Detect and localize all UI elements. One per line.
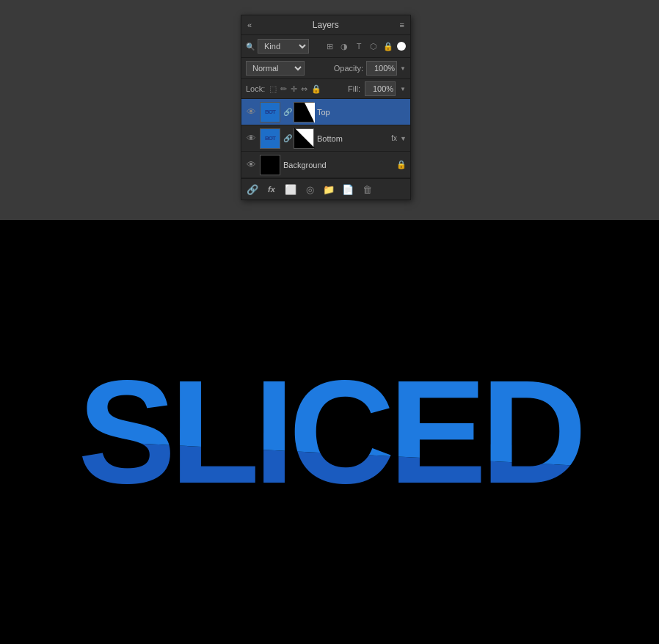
fx-expand-icon[interactable]: ▼ xyxy=(400,135,407,142)
link-layers-icon[interactable]: 🔗 xyxy=(246,183,259,196)
smart-filter-icon[interactable]: 🔒 xyxy=(382,40,394,52)
add-mask-icon[interactable]: ⬜ xyxy=(284,183,297,196)
canvas-area: SLICED SLICED SLICED xyxy=(0,220,659,644)
lock-all-icon[interactable]: 🔒 xyxy=(311,84,321,94)
layer-mask-top xyxy=(294,102,314,122)
panel-menu-icon[interactable]: ≡ xyxy=(400,21,404,29)
lock-row: Lock: ⬚ ✏ ✛ ⇔ 🔒 Fill: 100% ▼ xyxy=(241,79,410,99)
panel-header-icons: ≡ xyxy=(400,21,404,29)
type-filter-icon[interactable]: T xyxy=(353,40,365,52)
lock-move-icon[interactable]: ✛ xyxy=(291,84,297,94)
panel-header: « Layers ≡ xyxy=(241,15,410,35)
opacity-input[interactable]: 100% xyxy=(366,61,397,76)
shape-filter-icon[interactable]: ⬡ xyxy=(368,40,379,52)
layer-mask-bottom xyxy=(294,128,314,149)
blend-mode-dropdown[interactable]: Normal xyxy=(246,61,305,76)
layer-name-top: Top xyxy=(317,108,407,117)
layer-row-top[interactable]: 👁 BOT 🔗 Top xyxy=(241,99,410,125)
fx-badge: fx xyxy=(391,134,397,142)
new-layer-icon[interactable]: 📄 xyxy=(341,183,354,196)
layer-name-bottom: Bottom xyxy=(317,134,388,143)
top-area: « Layers ≡ 🔍 Kind ⊞ ◑ T ⬡ 🔒 Norm xyxy=(0,0,659,220)
layer-thumb-top: BOT xyxy=(260,102,280,122)
filter-row: 🔍 Kind ⊞ ◑ T ⬡ 🔒 xyxy=(241,35,410,58)
lock-label: Lock: xyxy=(246,84,265,93)
link-icon-top: 🔗 xyxy=(283,108,291,116)
filter-icons: ⊞ ◑ T ⬡ 🔒 xyxy=(324,40,406,52)
adjustment-layer-icon[interactable]: ◎ xyxy=(303,183,316,196)
filter-toggle[interactable] xyxy=(397,42,406,51)
lock-position-icon[interactable]: ✏ xyxy=(280,84,287,94)
fx-icon[interactable]: fx xyxy=(265,183,278,196)
visibility-icon-bottom[interactable]: 👁 xyxy=(245,133,257,144)
delete-layer-icon[interactable]: 🗑 xyxy=(360,183,374,196)
panel-toolbar: 🔗 fx ⬜ ◎ 📁 📄 🗑 xyxy=(241,178,410,200)
layer-locked-icon: 🔒 xyxy=(396,160,407,169)
layer-row-bottom[interactable]: 👁 BOT 🔗 Bottom fx ▼ xyxy=(241,125,410,152)
lock-pixels-icon[interactable]: ⬚ xyxy=(269,84,277,94)
layer-name-bg: Background xyxy=(283,161,393,169)
fill-label: Fill: xyxy=(348,84,360,93)
collapse-icon[interactable]: « xyxy=(247,21,252,29)
layer-thumb-bottom: BOT xyxy=(260,128,280,149)
image-filter-icon[interactable]: ⊞ xyxy=(324,40,335,52)
blend-row: Normal Opacity: 100% ▼ xyxy=(241,58,410,79)
fill-arrow: ▼ xyxy=(400,86,406,92)
panel-title: Layers xyxy=(313,20,339,30)
fill-input[interactable]: 100% xyxy=(365,81,396,96)
new-group-icon[interactable]: 📁 xyxy=(322,183,335,196)
layers-panel: « Layers ≡ 🔍 Kind ⊞ ◑ T ⬡ 🔒 Norm xyxy=(241,15,411,200)
kind-dropdown[interactable]: Kind xyxy=(258,39,309,54)
opacity-label: Opacity: xyxy=(334,64,363,73)
visibility-icon-top[interactable]: 👁 xyxy=(245,106,257,117)
layer-row-background[interactable]: 👁 Background 🔒 xyxy=(241,152,410,178)
search-icon: 🔍 xyxy=(246,43,255,51)
visibility-icon-bg[interactable]: 👁 xyxy=(245,159,257,170)
opacity-arrow: ▼ xyxy=(400,65,406,72)
sliced-container: SLICED SLICED SLICED xyxy=(14,285,645,579)
link-icon-bottom: 🔗 xyxy=(283,134,291,142)
lock-artboard-icon[interactable]: ⇔ xyxy=(301,84,307,94)
adjustment-filter-icon[interactable]: ◑ xyxy=(338,40,350,52)
lock-icons: ⬚ ✏ ✛ ⇔ 🔒 xyxy=(269,84,321,94)
layer-thumb-bg xyxy=(260,155,280,175)
